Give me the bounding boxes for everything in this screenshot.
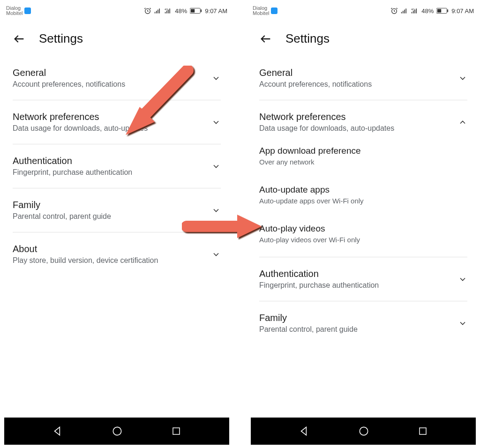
page-title: Settings xyxy=(285,31,330,46)
svg-point-12 xyxy=(360,427,368,435)
back-arrow-icon[interactable] xyxy=(259,32,272,45)
row-family[interactable]: Family Parental control, parent guide xyxy=(13,188,221,232)
chevron-down-icon xyxy=(211,206,221,215)
signal-icon xyxy=(401,7,408,14)
chevron-down-icon xyxy=(458,319,467,328)
row-subtitle: Parental control, parent guide xyxy=(259,325,358,334)
row-title: Authentication xyxy=(13,156,132,166)
alarm-icon xyxy=(390,7,398,15)
svg-text:4G: 4G xyxy=(165,8,168,11)
row-title: General xyxy=(13,67,125,78)
row-auto-update-apps[interactable]: Auto-update apps Auto-update apps over W… xyxy=(259,175,467,214)
row-title: General xyxy=(259,67,372,78)
row-subtitle: Data usage for downloads, auto-updates xyxy=(13,124,148,133)
row-subtitle: Account preferences, notifications xyxy=(259,80,372,89)
row-subtitle: Fingerprint, purchase authentication xyxy=(13,168,132,177)
row-network-preferences[interactable]: Network preferences Data usage for downl… xyxy=(259,100,467,136)
nav-home-icon[interactable] xyxy=(358,425,370,437)
svg-rect-10 xyxy=(437,9,441,12)
battery-icon xyxy=(190,7,202,14)
chevron-down-icon xyxy=(211,74,221,83)
row-app-download-preference[interactable]: App download preference Over any network xyxy=(259,136,467,175)
nav-recent-icon[interactable] xyxy=(417,426,428,437)
svg-rect-13 xyxy=(420,428,426,434)
svg-rect-3 xyxy=(191,9,195,12)
clock-text: 9:07 AM xyxy=(451,7,474,15)
row-general[interactable]: General Account preferences, notificatio… xyxy=(259,56,467,100)
chevron-down-icon xyxy=(458,74,467,83)
status-left: Dialog Mobitel xyxy=(6,6,31,16)
clock-text: 9:07 AM xyxy=(205,7,227,15)
status-bar: Dialog Mobitel 4G 48% 9:07 AM xyxy=(0,0,233,21)
phone-right: Dialog Mobitel 4G 48% 9:07 AM Settings G… xyxy=(247,0,480,448)
chevron-down-icon xyxy=(211,250,221,259)
phone-left: Dialog Mobitel 4G 48% 9:07 AM Settings G… xyxy=(0,0,233,448)
row-subtitle: Over any network xyxy=(259,158,467,166)
nav-back-icon[interactable] xyxy=(52,425,64,437)
row-title: Auto-update apps xyxy=(259,185,467,195)
carrier-label: Dialog Mobitel xyxy=(253,6,269,16)
row-network-preferences[interactable]: Network preferences Data usage for downl… xyxy=(13,100,221,144)
row-subtitle: Play store, build version, device certif… xyxy=(13,256,158,265)
row-subtitle: Data usage for downloads, auto-updates xyxy=(259,124,394,133)
app-header: Settings xyxy=(0,21,233,56)
android-navbar xyxy=(4,418,229,445)
chevron-down-icon xyxy=(211,162,221,171)
row-subtitle: Auto-update apps over Wi-Fi only xyxy=(259,197,467,205)
alarm-icon xyxy=(144,7,151,15)
nav-back-icon[interactable] xyxy=(298,425,310,437)
chevron-down-icon xyxy=(211,118,221,127)
svg-rect-6 xyxy=(173,428,180,434)
row-title: Network preferences xyxy=(259,112,394,122)
row-general[interactable]: General Account preferences, notificatio… xyxy=(13,56,221,100)
row-title: Family xyxy=(13,200,111,210)
row-title: About xyxy=(13,244,158,254)
status-left: Dialog Mobitel xyxy=(253,6,278,16)
battery-text: 48% xyxy=(421,7,434,15)
signal-4g-icon: 4G xyxy=(411,7,419,14)
svg-text:4G: 4G xyxy=(411,8,414,11)
row-about[interactable]: About Play store, build version, device … xyxy=(13,232,221,276)
settings-list: General Account preferences, notificatio… xyxy=(0,56,233,418)
row-title: Authentication xyxy=(259,269,379,279)
nav-recent-icon[interactable] xyxy=(171,426,182,437)
android-navbar xyxy=(251,418,476,445)
svg-rect-4 xyxy=(201,9,202,12)
row-subtitle: Auto-play videos over Wi-Fi only xyxy=(259,236,467,244)
row-authentication[interactable]: Authentication Fingerprint, purchase aut… xyxy=(259,257,467,301)
svg-rect-11 xyxy=(448,9,449,12)
row-title: Auto-play videos xyxy=(259,224,467,234)
chevron-down-icon xyxy=(458,275,467,284)
battery-text: 48% xyxy=(175,7,187,15)
row-title: Family xyxy=(259,313,358,323)
status-bar: Dialog Mobitel 4G 48% 9:07 AM xyxy=(247,0,480,21)
row-subtitle: Parental control, parent guide xyxy=(13,212,111,221)
row-title: App download preference xyxy=(259,146,467,156)
svg-point-5 xyxy=(113,427,121,435)
row-subtitle: Fingerprint, purchase authentication xyxy=(259,281,379,290)
signal-4g-icon: 4G xyxy=(165,7,172,14)
back-arrow-icon[interactable] xyxy=(13,32,26,45)
nav-home-icon[interactable] xyxy=(111,425,123,437)
row-family[interactable]: Family Parental control, parent guide xyxy=(259,301,467,345)
carrier-label: Dialog Mobitel xyxy=(6,6,22,16)
status-right: 4G 48% 9:07 AM xyxy=(144,7,227,15)
settings-list: General Account preferences, notificatio… xyxy=(247,56,480,418)
notification-icon xyxy=(24,7,31,14)
row-authentication[interactable]: Authentication Fingerprint, purchase aut… xyxy=(13,144,221,188)
signal-icon xyxy=(154,7,162,14)
app-header: Settings xyxy=(247,21,480,56)
battery-icon xyxy=(436,7,449,14)
row-title: Network preferences xyxy=(13,112,148,122)
row-subtitle: Account preferences, notifications xyxy=(13,80,125,89)
notification-icon xyxy=(271,7,278,14)
status-right: 4G 48% 9:07 AM xyxy=(390,7,474,15)
chevron-up-icon xyxy=(458,118,467,127)
row-auto-play-videos[interactable]: Auto-play videos Auto-play videos over W… xyxy=(259,214,467,257)
page-title: Settings xyxy=(39,31,83,46)
